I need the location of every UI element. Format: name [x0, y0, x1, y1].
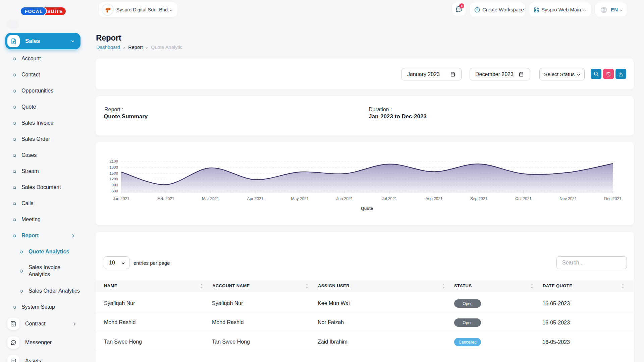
svg-text:2100: 2100	[109, 159, 118, 163]
svg-text:Dec 2021: Dec 2021	[604, 196, 622, 201]
svg-text:Jun 2021: Jun 2021	[336, 196, 353, 201]
svg-text:900: 900	[112, 183, 118, 187]
svg-text:1800: 1800	[109, 165, 118, 169]
svg-text:1200: 1200	[109, 177, 118, 181]
svg-text:Jul 2021: Jul 2021	[382, 196, 397, 201]
svg-text:May 2021: May 2021	[291, 196, 309, 201]
svg-text:Jan 2021: Jan 2021	[113, 196, 129, 201]
svg-text:Quote: Quote	[361, 206, 373, 211]
svg-text:Feb 2021: Feb 2021	[157, 196, 174, 201]
svg-text:Apr 2021: Apr 2021	[247, 196, 264, 201]
svg-text:Nov 2021: Nov 2021	[559, 196, 577, 201]
svg-text:1500: 1500	[109, 171, 118, 175]
svg-text:Aug 2021: Aug 2021	[425, 196, 443, 201]
svg-text:Oct 2021: Oct 2021	[515, 196, 532, 201]
svg-text:Sep 2021: Sep 2021	[470, 196, 488, 201]
svg-text:Mar 2021: Mar 2021	[202, 196, 219, 201]
svg-text:600: 600	[112, 189, 118, 193]
